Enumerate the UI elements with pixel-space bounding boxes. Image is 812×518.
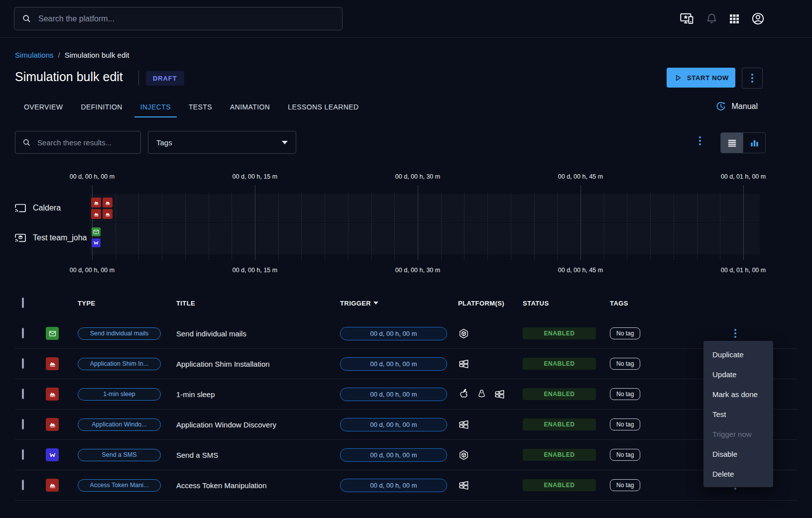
axis-tick-label: 00 d, 00 h, 30 m <box>385 173 450 180</box>
table-row[interactable]: Send a SMS Send a SMS 00 d, 00 h, 00 m E… <box>15 440 797 470</box>
table-row[interactable]: Application Shim In... Application Shim … <box>15 349 797 379</box>
tab-tests[interactable]: TESTS <box>183 98 218 117</box>
menu-item-disable[interactable]: Disable <box>703 444 773 464</box>
timeline-inject-caldera[interactable] <box>103 209 113 219</box>
axis-tick-label: 00 d, 00 h, 45 m <box>548 173 613 180</box>
tab-definition[interactable]: DEFINITION <box>75 98 128 117</box>
inject-title: Application Window Discovery <box>172 420 336 429</box>
cast-education-icon <box>14 231 27 244</box>
bell-icon[interactable] <box>705 12 718 25</box>
search-icon <box>22 138 31 147</box>
menu-item-update[interactable]: Update <box>703 364 773 384</box>
update-mode-control[interactable]: Manual <box>715 101 758 112</box>
platform-search[interactable] <box>14 7 343 30</box>
title-divider <box>138 71 139 86</box>
devices-star-icon[interactable] <box>680 11 695 26</box>
top-bar <box>0 0 812 38</box>
inject-context-menu: Duplicate Update Mark as done Test Trigg… <box>703 341 773 487</box>
inject-type-chip[interactable]: Access Token Mani... <box>78 479 161 492</box>
menu-item-duplicate[interactable]: Duplicate <box>703 344 773 364</box>
list-view-icon <box>726 137 738 149</box>
breadcrumb-simulations-link[interactable]: Simulations <box>15 51 54 59</box>
trigger-chip: 00 d, 00 h, 00 m <box>340 479 447 492</box>
chevron-down-icon <box>282 141 288 144</box>
apple-icon <box>458 389 469 400</box>
status-badge: DRAFT <box>146 71 184 86</box>
apps-grid-icon[interactable] <box>728 13 740 25</box>
internal-platform-icon <box>458 449 469 461</box>
timeline-inject-email[interactable] <box>92 227 101 236</box>
inject-type-chip[interactable]: Send individual mails <box>78 327 161 340</box>
column-header-trigger[interactable]: TRIGGER <box>336 300 454 307</box>
linux-icon <box>476 389 487 400</box>
row-checkbox[interactable] <box>22 449 24 460</box>
timeline-inject-caldera[interactable] <box>91 198 101 207</box>
row-checkbox[interactable] <box>22 328 24 338</box>
breadcrumb: Simulations / Simulation bulk edit <box>15 51 129 59</box>
chart-view-button[interactable] <box>743 133 765 153</box>
results-search[interactable] <box>15 131 141 154</box>
status-chip: ENABLED <box>523 418 596 430</box>
tab-bar: OVERVIEW DEFINITION INJECTS TESTS ANIMAT… <box>18 98 365 117</box>
status-chip: ENABLED <box>523 358 596 370</box>
breadcrumb-separator: / <box>58 51 60 59</box>
tags-filter-select[interactable]: Tags <box>148 131 296 154</box>
inject-title: Send individual mails <box>172 329 336 338</box>
column-header-type: TYPE <box>74 300 172 307</box>
injects-timeline: 00 d, 00 h, 00 m 00 d, 00 h, 15 m 00 d, … <box>0 169 812 283</box>
tab-animation[interactable]: ANIMATION <box>224 98 276 117</box>
inject-type-chip[interactable]: Application Shim In... <box>78 358 161 370</box>
trigger-chip: 00 d, 00 h, 00 m <box>340 448 447 462</box>
gridline-major <box>580 185 581 260</box>
row-checkbox[interactable] <box>22 480 24 490</box>
row-checkbox[interactable] <box>22 389 24 399</box>
table-row[interactable]: Application Windo... Application Window … <box>15 410 797 440</box>
tag-chip: No tag <box>610 388 640 400</box>
inject-title: 1-min sleep <box>172 390 336 399</box>
timeline-inject-caldera[interactable] <box>91 209 101 219</box>
status-chip: ENABLED <box>523 327 596 339</box>
menu-item-delete[interactable]: Delete <box>703 464 773 484</box>
list-options-button[interactable] <box>699 136 701 145</box>
platform-search-input[interactable] <box>37 14 335 24</box>
windows-icon <box>458 480 469 491</box>
simulation-menu-button[interactable] <box>742 68 763 89</box>
timeline-inject-sms[interactable] <box>92 238 101 247</box>
tab-overview[interactable]: OVERVIEW <box>18 98 69 117</box>
update-mode-label: Manual <box>732 102 758 111</box>
tag-chip: No tag <box>610 418 640 430</box>
windows-icon <box>458 358 469 370</box>
caldera-type-icon <box>46 357 59 370</box>
kebab-icon <box>751 74 753 83</box>
account-icon[interactable] <box>751 11 765 26</box>
row-menu-button[interactable] <box>734 329 797 338</box>
bar-chart-icon <box>749 137 760 149</box>
inject-type-chip[interactable]: 1-min sleep <box>78 388 161 401</box>
inject-type-chip[interactable]: Send a SMS <box>78 449 161 461</box>
tab-lessons-learned[interactable]: LESSONS LEARNED <box>282 98 364 117</box>
row-checkbox[interactable] <box>22 358 24 369</box>
results-search-input[interactable] <box>36 138 134 147</box>
sms-type-icon <box>46 448 59 461</box>
gridline-major <box>743 185 744 260</box>
timeline-lane <box>90 223 760 254</box>
tab-injects[interactable]: INJECTS <box>134 98 177 117</box>
tag-chip: No tag <box>610 358 640 370</box>
table-row[interactable]: 1-min sleep 1-min sleep 00 d, 00 h, 00 m… <box>15 379 797 410</box>
timeline-inject-caldera[interactable] <box>103 198 113 207</box>
list-view-button[interactable] <box>721 133 743 153</box>
table-row[interactable]: Send individual mails Send individual ma… <box>15 318 797 349</box>
menu-item-test[interactable]: Test <box>703 404 773 424</box>
page-title: Simulation bulk edit <box>15 70 123 84</box>
axis-tick-label: 00 d, 00 h, 30 m <box>385 267 450 274</box>
trigger-chip: 00 d, 00 h, 00 m <box>340 327 447 340</box>
menu-item-mark-as-done[interactable]: Mark as done <box>703 384 773 404</box>
windows-icon <box>458 419 469 430</box>
row-checkbox[interactable] <box>22 419 24 429</box>
table-row[interactable]: Access Token Mani... Access Token Manipu… <box>15 470 797 501</box>
inject-type-chip[interactable]: Application Windo... <box>78 418 161 431</box>
select-all-checkbox[interactable] <box>22 298 24 308</box>
start-now-button[interactable]: START NOW <box>667 68 735 88</box>
axis-tick-label: 00 d, 01 h, 00 m <box>711 267 776 274</box>
windows-icon <box>494 389 505 400</box>
